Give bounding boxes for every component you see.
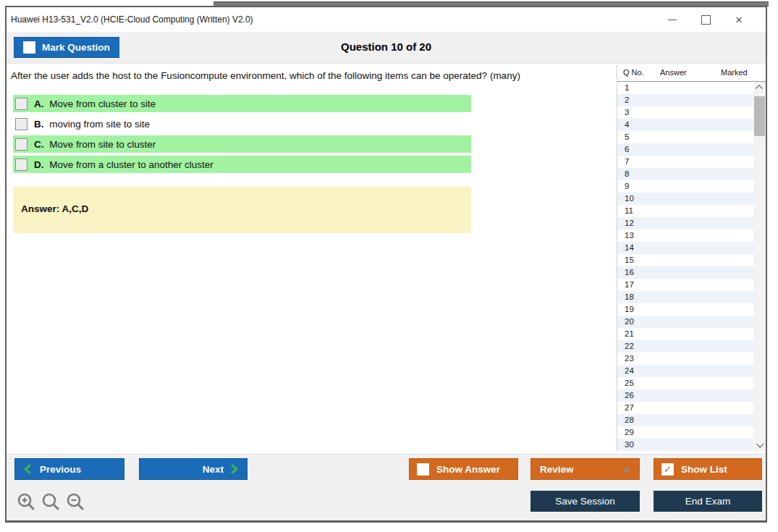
show-answer-label: Show Answer: [436, 464, 500, 475]
question-text: After the user adds the host to the Fusi…: [11, 70, 612, 81]
question-list-row[interactable]: 6: [617, 143, 753, 156]
next-label: Next: [203, 464, 224, 475]
question-list-row[interactable]: 29: [617, 426, 753, 439]
show-list-checkbox[interactable]: ✓: [661, 463, 674, 476]
question-list-row[interactable]: 28: [617, 414, 753, 426]
window-controls: ×: [656, 7, 756, 32]
zoom-in-icon[interactable]: [17, 492, 36, 512]
zoom-out-icon[interactable]: [66, 492, 85, 512]
option-text: D. Move from a cluster to another cluste…: [34, 159, 213, 170]
answer-text: Answer: A,C,D: [21, 203, 88, 214]
scroll-up-button[interactable]: [753, 82, 766, 94]
end-exam-button[interactable]: End Exam: [654, 491, 762, 512]
save-session-label: Save Session: [555, 496, 615, 507]
question-list-panel: Q No. Answer Marked 12345678910111213141…: [617, 65, 766, 451]
previous-button[interactable]: Previous: [14, 458, 124, 480]
question-list-row[interactable]: 16: [617, 266, 753, 279]
question-list-row[interactable]: 11: [617, 205, 753, 217]
minimize-icon: [668, 20, 677, 20]
question-list-row[interactable]: 25: [617, 377, 753, 389]
question-list-row[interactable]: 21: [617, 328, 753, 340]
scroll-down-button[interactable]: [753, 439, 766, 451]
question-list-row[interactable]: 26: [617, 389, 753, 402]
chevron-down-icon: [756, 441, 764, 448]
scrollbar-thumb[interactable]: [754, 96, 765, 136]
question-list-row[interactable]: 23: [617, 352, 753, 365]
question-list-row[interactable]: 1: [617, 82, 753, 94]
answer-box: Answer: A,C,D: [13, 187, 471, 233]
show-answer-checkbox[interactable]: [417, 463, 429, 476]
answer-option[interactable]: A. Move from cluster to site: [13, 95, 471, 112]
answer-option[interactable]: C. Move from site to cluster: [13, 135, 471, 153]
chevron-left-icon: [24, 464, 31, 474]
show-list-label: Show List: [681, 464, 727, 475]
screen: Huawei H13-531_V2.0 (HCIE-Cloud Computin…: [0, 0, 778, 532]
question-list-row[interactable]: 22: [617, 340, 753, 352]
question-list-row[interactable]: 3: [617, 106, 753, 119]
triangle-up-icon: [623, 467, 630, 472]
zoom-controls: [17, 492, 85, 512]
close-button[interactable]: ×: [722, 7, 756, 32]
content-area: After the user adds the host to the Fusi…: [7, 64, 766, 454]
question-list-row[interactable]: 9: [617, 180, 753, 193]
review-label: Review: [540, 464, 574, 475]
option-checkbox[interactable]: [15, 138, 28, 151]
answer-option[interactable]: D. Move from a cluster to another cluste…: [13, 156, 471, 173]
question-list-row[interactable]: 24: [617, 365, 753, 377]
option-checkbox[interactable]: [15, 118, 28, 130]
checkmark-icon: ✓: [664, 465, 672, 474]
question-list-row[interactable]: 14: [617, 242, 753, 254]
option-text: C. Move from site to cluster: [34, 139, 156, 150]
chevron-up-icon: [756, 85, 763, 92]
question-list-row[interactable]: 13: [617, 229, 753, 242]
question-list-row[interactable]: 27: [617, 402, 753, 414]
end-exam-label: End Exam: [685, 496, 730, 507]
question-list-row[interactable]: 17: [617, 279, 753, 291]
options-list: A. Move from cluster to siteB. moving fr…: [13, 95, 471, 176]
footer-bar: Previous Next Show Answer Review ✓ Show …: [7, 454, 766, 520]
question-list-row[interactable]: 10: [617, 193, 753, 205]
question-list-row[interactable]: 2: [617, 94, 753, 106]
header-q-no: Q No.: [623, 68, 644, 77]
toolbar: Mark Question Question 10 of 20: [7, 32, 766, 64]
question-list-row[interactable]: 4: [617, 119, 753, 131]
question-list-row[interactable]: 8: [617, 168, 753, 180]
save-session-button[interactable]: Save Session: [530, 491, 640, 512]
option-checkbox[interactable]: [15, 98, 28, 110]
question-counter: Question 10 of 20: [7, 41, 766, 53]
option-text: A. Move from cluster to site: [34, 98, 156, 109]
question-list-row[interactable]: 30: [617, 439, 753, 451]
minimize-button[interactable]: [656, 7, 689, 32]
question-list-rows: 1234567891011121314151617181920212223242…: [617, 82, 753, 451]
question-list-row[interactable]: 15: [617, 254, 753, 266]
close-icon: ×: [735, 14, 743, 26]
question-list-row[interactable]: 12: [617, 217, 753, 229]
show-answer-button[interactable]: Show Answer: [409, 458, 518, 480]
next-button[interactable]: Next: [139, 458, 248, 480]
show-list-button[interactable]: ✓ Show List: [654, 458, 762, 480]
maximize-icon: [701, 15, 711, 25]
zoom-reset-icon[interactable]: [41, 492, 61, 512]
maximize-button[interactable]: [689, 7, 722, 32]
question-list-row[interactable]: 5: [617, 131, 753, 143]
review-button[interactable]: Review: [530, 458, 640, 480]
answer-option[interactable]: B. moving from site to site: [13, 115, 471, 132]
header-marked: Marked: [721, 68, 748, 77]
window-title: Huawei H13-531_V2.0 (HCIE-Cloud Computin…: [11, 14, 253, 25]
exam-player-window: Huawei H13-531_V2.0 (HCIE-Cloud Computin…: [5, 6, 767, 523]
question-list-row[interactable]: 20: [617, 316, 753, 328]
question-list-row[interactable]: 19: [617, 303, 753, 316]
question-list-scrollbar[interactable]: [753, 82, 766, 451]
header-answer: Answer: [660, 68, 687, 77]
title-bar: Huawei H13-531_V2.0 (HCIE-Cloud Computin…: [7, 7, 766, 32]
previous-label: Previous: [40, 464, 81, 475]
option-text: B. moving from site to site: [34, 119, 150, 130]
option-checkbox[interactable]: [15, 159, 28, 171]
question-list-row[interactable]: 18: [617, 291, 753, 303]
question-list-row[interactable]: 7: [617, 156, 753, 168]
question-list-header: Q No. Answer Marked: [617, 65, 766, 82]
chevron-right-icon: [231, 464, 238, 474]
